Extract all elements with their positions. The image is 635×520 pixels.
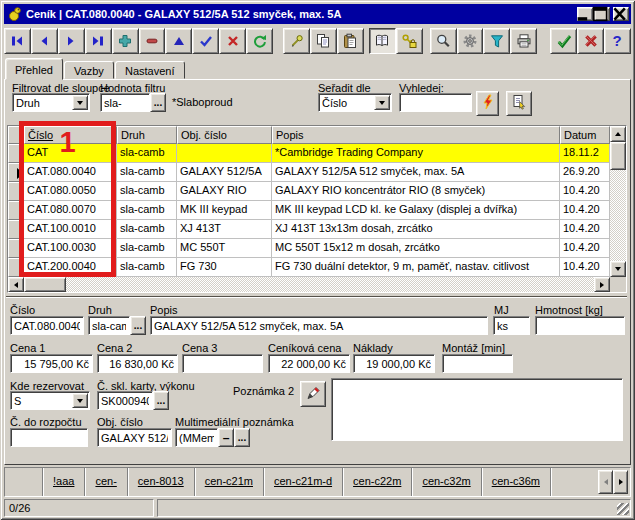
sort-dropdown-button[interactable]	[374, 95, 390, 110]
browse-book-button[interactable]	[369, 28, 396, 54]
grid-cell[interactable]: CAT.080.0040	[24, 163, 117, 182]
grid-cell[interactable]: XJ 413T	[177, 220, 272, 239]
grid-cell[interactable]: CAT.200.0040	[24, 258, 117, 277]
column-select-button[interactable]	[506, 91, 532, 116]
confirm-button[interactable]	[550, 28, 577, 54]
bottom-tab-cen-8013[interactable]: cen-8013	[128, 468, 195, 496]
column-header-4[interactable]: Popis	[272, 126, 560, 144]
filter-column-dropdown-button[interactable]	[72, 95, 88, 110]
bottom-tab-cen-c36m[interactable]: cen-c36m	[482, 468, 551, 496]
resize-grip[interactable]	[617, 503, 629, 515]
nav-prev-button[interactable]	[31, 28, 58, 54]
skl-karta-field[interactable]	[97, 391, 153, 410]
settings-button[interactable]	[457, 28, 484, 54]
montaz-field[interactable]	[442, 354, 513, 373]
pin-button[interactable]	[283, 28, 310, 54]
cenikova-cena-field[interactable]	[268, 354, 350, 373]
filter-column-combo[interactable]: Druh	[12, 93, 90, 112]
minimize-button[interactable]	[577, 7, 593, 21]
grid-cell[interactable]: sla-camb	[117, 163, 177, 182]
grid-cell[interactable]: 26.9.20	[560, 163, 610, 182]
bottom-tab--aaa[interactable]: !aaa	[43, 468, 85, 496]
kde-rezervovat-combo[interactable]: S	[10, 391, 90, 410]
row-indicator-cell[interactable]	[8, 239, 24, 258]
edit-record-button[interactable]	[165, 28, 192, 54]
bottom-tab-cen-c21m-d[interactable]: cen-c21m-d	[264, 468, 343, 496]
nav-last-button[interactable]	[85, 28, 112, 54]
print-button[interactable]	[510, 28, 537, 54]
bottom-tab-cen-c32m[interactable]: cen-c32m	[412, 468, 481, 496]
grid-cell[interactable]: FG 730 duální detektor, 9 m, paměť, nast…	[272, 258, 560, 277]
nav-next-button[interactable]	[58, 28, 85, 54]
add-record-button[interactable]	[112, 28, 139, 54]
cena1-field[interactable]	[10, 354, 93, 373]
scroll-down-button[interactable]	[610, 261, 626, 277]
grid-cell[interactable]: *Cambridge Trading Company	[272, 144, 560, 163]
keys-lock-button[interactable]	[396, 28, 423, 54]
close-button[interactable]	[613, 7, 629, 21]
hmotnost-field[interactable]	[535, 316, 625, 335]
druh-ellipsis-button[interactable]: ...	[130, 316, 146, 335]
row-indicator-cell[interactable]	[8, 220, 24, 239]
row-indicator-cell[interactable]	[8, 163, 24, 182]
obj-cislo-field[interactable]	[97, 428, 172, 447]
poznamka2-edit-button[interactable]	[300, 381, 326, 407]
grid-cell[interactable]: FG 730	[177, 258, 272, 277]
grid-cell[interactable]: CAT.080.0070	[24, 201, 117, 220]
grid-cell[interactable]: 10.4.20	[560, 239, 610, 258]
grid-cell[interactable]: GALAXY RIO	[177, 182, 272, 201]
row-indicator-cell[interactable]	[8, 144, 24, 163]
horizontal-scroll-thumb[interactable]	[24, 277, 66, 292]
grid-cell[interactable]: XJ 413T 13x13m dosah, zrcátko	[272, 220, 560, 239]
grid-cell[interactable]: sla-camb	[117, 258, 177, 277]
grid-cell[interactable]: sla-camb	[117, 201, 177, 220]
scroll-right-button[interactable]	[594, 277, 610, 292]
grid-horizontal-scrollbar[interactable]	[8, 277, 610, 292]
bottom-tab-cen-[interactable]: cen-	[85, 468, 127, 496]
bottom-tab-cen-c21m[interactable]: cen-c21m	[195, 468, 264, 496]
refresh-button[interactable]	[246, 28, 273, 54]
grid-cell[interactable]: MC 550T	[177, 239, 272, 258]
scroll-left-button[interactable]	[8, 277, 24, 292]
cislo-field[interactable]	[10, 316, 84, 335]
cena2-field[interactable]	[97, 354, 178, 373]
vertical-scroll-thumb[interactable]	[610, 142, 626, 170]
grid-row[interactable]: CAT.080.0040sla-cambGALAXY 512/5AGALAXY …	[8, 163, 626, 182]
help-button[interactable]: ?	[604, 28, 631, 54]
column-header-3[interactable]: Obj. číslo	[177, 126, 272, 144]
grid-row[interactable]: CAT.200.0040sla-cambFG 730FG 730 duální …	[8, 258, 626, 277]
grid-cell[interactable]: CAT.100.0010	[24, 220, 117, 239]
popis-field[interactable]	[150, 316, 488, 335]
row-indicator-cell[interactable]	[8, 258, 24, 277]
mj-field[interactable]	[493, 316, 530, 335]
grid-cell[interactable]: CAT.100.0030	[24, 239, 117, 258]
tab-prehled[interactable]: Přehled	[5, 58, 63, 80]
grid-cell[interactable]: 10.4.20	[560, 258, 610, 277]
tab-nastaveni[interactable]: Nastavení	[115, 61, 185, 79]
search-button[interactable]	[430, 28, 457, 54]
grid-cell[interactable]: sla-camb	[117, 239, 177, 258]
grid-row[interactable]: CAT.100.0010sla-cambXJ 413TXJ 413T 13x13…	[8, 220, 626, 239]
druh-field[interactable]	[88, 316, 130, 335]
grid-row[interactable]: CAT.080.0050sla-cambGALAXY RIOGALAXY RIO…	[8, 182, 626, 201]
paste-button[interactable]	[337, 28, 364, 54]
sort-combo[interactable]: Číslo	[318, 93, 392, 112]
cena3-field[interactable]	[182, 354, 263, 373]
bottom-tab-cen-c22m[interactable]: cen-c22m	[343, 468, 412, 496]
grid-vertical-scrollbar[interactable]	[610, 126, 626, 277]
grid-cell[interactable]: GALAXY 512/5A	[177, 163, 272, 182]
grid-cell[interactable]: 10.4.20	[560, 182, 610, 201]
post-record-button[interactable]	[192, 28, 219, 54]
cancel-edit-button[interactable]	[219, 28, 246, 54]
bottom-tabs-scroll-left-button[interactable]	[598, 470, 613, 494]
column-header-5[interactable]: Datum	[560, 126, 610, 144]
bottom-tabs-scroll-right-button[interactable]	[613, 470, 628, 494]
skl-karta-ellipsis-button[interactable]: ...	[153, 391, 169, 410]
filter-value-input[interactable]	[100, 93, 150, 112]
mm-poznamka-minus-button[interactable]: –	[218, 428, 234, 447]
grid-cell[interactable]: 10.4.20	[560, 220, 610, 239]
grid-cell[interactable]: CAT	[24, 144, 117, 163]
grid-cell[interactable]	[177, 144, 272, 163]
grid-cell[interactable]: GALAXY 512/5A 512 smyček, max. 5A	[272, 163, 560, 182]
maximize-button[interactable]	[594, 7, 610, 21]
